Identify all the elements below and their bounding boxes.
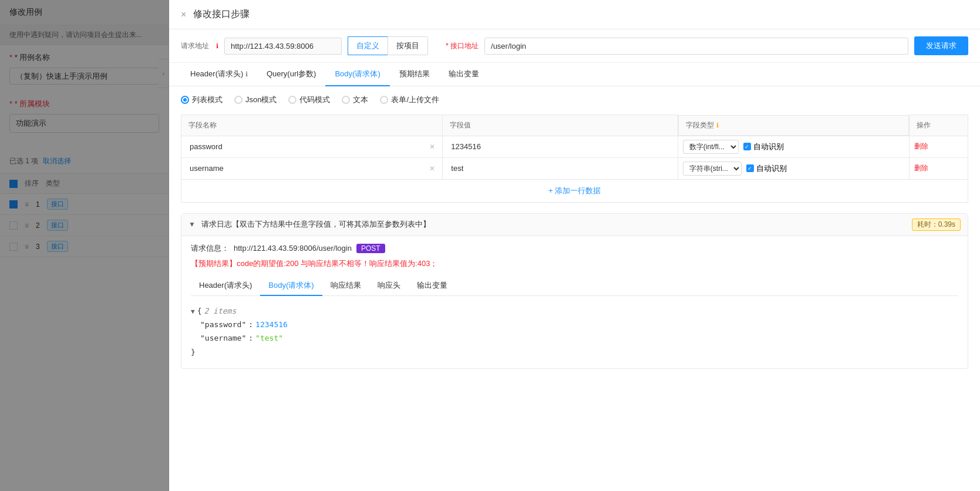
send-request-btn[interactable]: 发送请求: [914, 36, 968, 55]
inner-tabs: Header(请求头) Body(请求体) 响应结果 响应头 输出变量: [191, 276, 958, 296]
add-row-btn[interactable]: + 添加一行数据: [181, 180, 968, 203]
json-line-password[interactable]: "password" : 1234516: [191, 318, 958, 331]
delete-row-2-btn[interactable]: 删除: [914, 163, 928, 173]
inner-tab-response[interactable]: 响应结果: [322, 276, 369, 296]
log-header[interactable]: ▼ 请求日志【双击下方结果中任意字段值，可将其添加至参数列表中】 耗时：0.39…: [181, 214, 968, 236]
field-type-cell-1: 数字(int/fl... 自动识别: [678, 136, 909, 157]
time-badge: 耗时：0.39s: [912, 218, 961, 231]
request-info-icon: ℹ: [216, 42, 218, 50]
inner-tab-header[interactable]: Header(请求头): [191, 276, 260, 296]
request-info-line: 请求信息： http://121.43.43.59:8006/user/logi…: [191, 243, 958, 254]
auto-detect-2: 自动识别: [746, 163, 787, 174]
field-row-username: ✕ 字符串(stri...: [181, 157, 968, 179]
json-line-close: }: [191, 345, 958, 359]
field-value-cell-1: [443, 136, 678, 157]
json-collapse-icon[interactable]: ▼: [191, 306, 195, 318]
json-line-open: ▼ { 2 items: [191, 304, 958, 318]
tab-body[interactable]: Body(请求体): [325, 63, 389, 86]
modal-title: 修改接口步骤: [193, 8, 250, 21]
custom-btn[interactable]: 自定义: [348, 36, 388, 55]
close-icon[interactable]: ×: [181, 10, 186, 19]
radio-json[interactable]: Json模式: [234, 95, 277, 105]
field-value-cell-2: [443, 157, 678, 179]
field-name-cell-2: ✕: [181, 157, 443, 179]
field-type-select-1[interactable]: 数字(int/fl...: [683, 140, 739, 154]
field-clear-btn-2[interactable]: ✕: [427, 164, 437, 173]
field-name-cell-1: ✕: [181, 136, 443, 157]
auto-detect-checkbox-1[interactable]: [743, 143, 751, 150]
col-type-header: 字段类型 ℹ: [678, 115, 909, 136]
project-btn[interactable]: 按项目: [388, 36, 428, 55]
field-action-cell-2: 删除: [910, 157, 968, 179]
response-label: * 接口地址: [446, 41, 479, 51]
auto-detect-1: 自动识别: [743, 142, 784, 152]
response-url-input[interactable]: [484, 38, 908, 55]
radio-code-circle: [288, 96, 297, 104]
main-tabs: Header(请求头) ℹ Query(url参数) Body(请求体) 预期结…: [169, 63, 980, 86]
field-row-password: ✕ 数字(int/fl...: [181, 136, 968, 157]
error-line: 【预期结果】code的期望值:200 与响应结果不相等！响应结果值为:403；: [191, 258, 958, 269]
json-viewer: ▼ { 2 items "password" : 1234516 "userna…: [191, 302, 958, 362]
post-method-badge: POST: [356, 244, 385, 253]
radio-form[interactable]: 表单/上传文件: [380, 95, 439, 105]
field-type-cell-2: 字符串(stri... 自动识别: [678, 157, 909, 179]
field-name-input-1[interactable]: [186, 140, 425, 153]
tab-header[interactable]: Header(请求头) ℹ: [181, 63, 257, 86]
body-tab-content: 列表模式 Json模式 代码模式 文本 表单/上传文件: [169, 86, 980, 211]
request-info-prefix: 请求信息：: [191, 243, 229, 254]
log-title: 请求日志【双击下方结果中任意字段值，可将其添加至参数列表中】: [201, 219, 906, 230]
col-name-header: 字段名称: [181, 115, 443, 136]
col-action-header: 操作: [910, 115, 968, 136]
radio-list[interactable]: 列表模式: [181, 95, 223, 105]
radio-text-circle: [342, 96, 350, 104]
modal-body: 请求地址 ℹ 自定义 按项目 * 接口地址 发送请求 Header(请求头) ℹ…: [169, 29, 980, 491]
delete-row-1-btn[interactable]: 删除: [914, 142, 928, 152]
radio-list-circle: [181, 96, 189, 104]
radio-code[interactable]: 代码模式: [288, 95, 330, 105]
fields-table: 字段名称 字段值 字段类型 ℹ 操作: [181, 115, 968, 180]
radio-form-circle: [380, 96, 388, 104]
request-bar: 请求地址 ℹ 自定义 按项目 * 接口地址 发送请求: [169, 29, 980, 63]
auto-detect-checkbox-2[interactable]: [746, 164, 754, 172]
request-label: 请求地址: [181, 41, 209, 51]
request-info-url: http://121.43.43.59:8006/user/login: [234, 244, 352, 253]
field-type-select-2[interactable]: 字符串(stri...: [683, 162, 742, 176]
field-value-input-1[interactable]: [447, 140, 673, 153]
field-name-input-2[interactable]: [186, 162, 425, 175]
col-value-header: 字段值: [443, 115, 678, 136]
log-body: 请求信息： http://121.43.43.59:8006/user/logi…: [181, 236, 968, 369]
url-btn-group: 自定义 按项目: [348, 36, 428, 55]
radio-text[interactable]: 文本: [342, 95, 368, 105]
tab-output[interactable]: 输出变量: [439, 63, 489, 86]
inner-tab-response-header[interactable]: 响应头: [369, 276, 409, 296]
field-action-cell-1: 删除: [910, 136, 968, 157]
inner-tab-output-var[interactable]: 输出变量: [409, 276, 456, 296]
inner-tab-body[interactable]: Body(请求体): [260, 276, 322, 296]
radio-group: 列表模式 Json模式 代码模式 文本 表单/上传文件: [181, 95, 968, 105]
request-log: ▼ 请求日志【双击下方结果中任意字段值，可将其添加至参数列表中】 耗时：0.39…: [181, 213, 968, 369]
tab-expected[interactable]: 预期结果: [390, 63, 439, 86]
radio-json-circle: [234, 96, 243, 104]
type-info-icon: ℹ: [716, 122, 719, 129]
json-line-username[interactable]: "username" : "test": [191, 331, 958, 345]
tab-query[interactable]: Query(url参数): [257, 63, 326, 86]
request-url-input[interactable]: [224, 38, 342, 55]
collapse-arrow-icon: ▼: [188, 220, 196, 228]
field-clear-btn-1[interactable]: ✕: [427, 143, 437, 151]
modal-dialog: × 修改接口步骤 请求地址 ℹ 自定义 按项目 * 接口地址 发送请求 Head…: [169, 0, 980, 491]
modal-header: × 修改接口步骤: [169, 0, 980, 29]
field-value-input-2[interactable]: [447, 162, 673, 175]
